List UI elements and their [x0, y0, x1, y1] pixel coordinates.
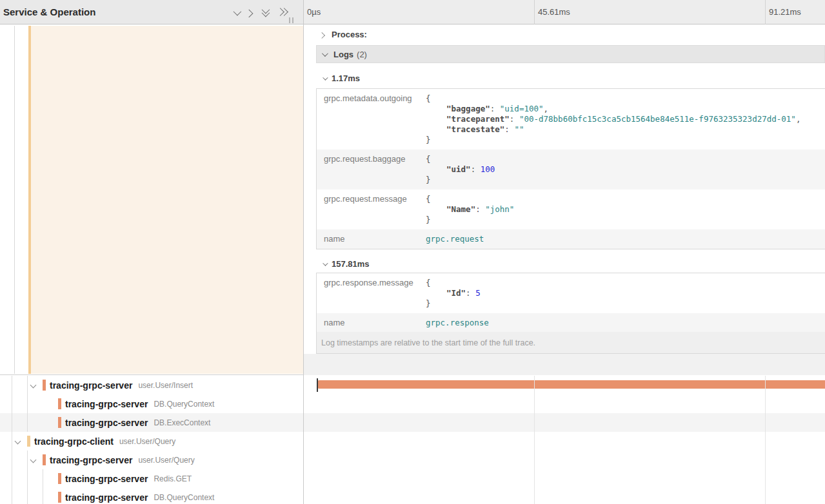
collapse-chevron-icon[interactable]	[15, 438, 21, 445]
span-color-chip	[27, 436, 30, 447]
operation-name[interactable]: user.User/Query	[119, 437, 175, 446]
operation-name[interactable]: DB.QueryContext	[154, 493, 214, 502]
tree-guide-line	[27, 376, 28, 394]
timeline-header: 0µs45.61ms91.21ms	[304, 0, 825, 24]
span-duration-bar[interactable]	[317, 380, 825, 389]
field-value: grpc.request	[426, 234, 825, 244]
field-value: {"baggage": "uid=100","traceparent": "00…	[426, 93, 825, 145]
key-value-row: namegrpc.response	[317, 313, 825, 333]
collapse-one-icon[interactable]	[234, 7, 242, 15]
field-value: grpc.response	[426, 318, 825, 328]
service-operation-header: Service & Operation	[0, 0, 303, 24]
timeline-tick-label: 45.61ms	[534, 0, 570, 24]
tree-guide-line	[12, 376, 12, 394]
span-row[interactable]: tracing-grpc-clientuser.User/Query	[0, 432, 303, 451]
log-timestamp: 157.81ms	[332, 259, 370, 269]
span-color-chip	[58, 473, 61, 484]
logs-accordion-header[interactable]: Logs (2)	[316, 45, 825, 63]
log-entry-header[interactable]: 157.81ms	[323, 259, 370, 269]
expanded-row-highlight	[31, 26, 303, 374]
span-color-chip	[43, 454, 46, 465]
span-color-chip	[58, 492, 61, 503]
timeline-tick-label: 0µs	[304, 0, 321, 24]
timeline-row[interactable]	[304, 488, 825, 504]
log-timestamp: 1.17ms	[332, 73, 360, 83]
span-start-tick	[317, 378, 318, 392]
operation-name[interactable]: DB.QueryContext	[154, 400, 214, 409]
timeline-row[interactable]	[304, 394, 825, 413]
tree-guide-line	[12, 488, 12, 504]
operation-name[interactable]: Redis.GET	[154, 474, 192, 483]
operation-name[interactable]: user.User/Query	[138, 456, 194, 465]
service-name[interactable]: tracing-grpc-server	[65, 418, 148, 428]
span-tree: tracing-grpc-serveruser.User/Inserttraci…	[0, 376, 303, 504]
expanded-span-left-region	[0, 24, 303, 375]
span-row[interactable]: tracing-grpc-serveruser.User/Insert	[0, 376, 303, 394]
service-name[interactable]: tracing-grpc-server	[50, 380, 132, 391]
tree-guide-line	[14, 26, 15, 374]
span-timeline	[304, 376, 825, 504]
trace-view: Service & Operation 0µs45.61ms91.21ms Pr…	[0, 0, 825, 504]
span-row[interactable]: tracing-grpc-serverRedis.GET	[0, 469, 303, 488]
timeline-row[interactable]	[304, 413, 825, 432]
span-color-chip	[58, 417, 61, 428]
timeline-row[interactable]	[304, 469, 825, 488]
collapse-chevron-icon[interactable]	[30, 457, 37, 463]
timeline-gridline	[534, 376, 535, 504]
timeline-gridline	[765, 376, 766, 504]
timeline-row[interactable]	[304, 376, 825, 394]
operation-name[interactable]: DB.ExecContext	[154, 418, 210, 427]
field-key: name	[317, 234, 426, 244]
field-key: grpc.request.baggage	[317, 154, 426, 185]
span-row[interactable]: tracing-grpc-serverDB.ExecContext	[0, 413, 303, 432]
field-key: name	[317, 318, 426, 328]
field-key: grpc.response.message	[317, 278, 426, 309]
span-detail-panel: Process: Logs (2) 1.17msgrpc.metadata.ou…	[304, 24, 825, 375]
span-row[interactable]: tracing-grpc-serveruser.User/Query	[0, 451, 303, 469]
logs-count: (2)	[357, 50, 367, 59]
log-entry-header[interactable]: 1.17ms	[323, 73, 360, 83]
tree-guide-line	[43, 488, 43, 504]
operation-name[interactable]: user.User/Insert	[138, 381, 193, 390]
service-operation-title: Service & Operation	[3, 0, 95, 24]
field-value: {"Name": "john"}	[426, 194, 825, 225]
logs-footer-note: Log timestamps are relative to the start…	[321, 338, 535, 347]
span-color-chip	[43, 380, 46, 391]
tree-guide-line	[27, 469, 28, 488]
collapse-all-icon[interactable]	[261, 8, 270, 17]
field-value: {"Id": 5}	[426, 278, 825, 309]
logs-label: Logs	[333, 50, 353, 59]
key-values-table: grpc.response.message{"Id": 5}namegrpc.r…	[316, 273, 825, 333]
tree-guide-line	[12, 432, 12, 451]
service-name[interactable]: tracing-grpc-server	[65, 474, 148, 484]
service-name[interactable]: tracing-grpc-server	[65, 399, 148, 409]
chevron-down-icon	[323, 75, 328, 80]
tree-guide-line	[27, 488, 28, 504]
key-values-table: grpc.metadata.outgoing{"baggage": "uid=1…	[316, 88, 825, 249]
detail-bottom-padding	[304, 354, 825, 375]
expand-all-icon[interactable]	[277, 8, 286, 17]
service-name[interactable]: tracing-grpc-server	[50, 455, 132, 465]
logs-footer: Log timestamps are relative to the start…	[316, 332, 825, 354]
process-accordion[interactable]: Process:	[321, 30, 367, 39]
collapse-chevron-icon[interactable]	[30, 382, 37, 389]
key-value-row: grpc.request.baggage{"uid": 100}	[317, 150, 825, 189]
tree-guide-line	[27, 413, 28, 432]
expand-one-icon[interactable]	[245, 9, 253, 17]
chevron-down-icon	[322, 50, 328, 57]
field-key: grpc.request.message	[317, 194, 426, 225]
chevron-down-icon	[323, 260, 328, 266]
span-row[interactable]: tracing-grpc-serverDB.QueryContext	[0, 488, 303, 504]
field-key: grpc.metadata.outgoing	[317, 93, 426, 145]
key-value-row: namegrpc.request	[317, 229, 825, 249]
service-name[interactable]: tracing-grpc-server	[65, 492, 148, 503]
tree-guide-line	[12, 413, 12, 432]
timeline-row[interactable]	[304, 451, 825, 469]
service-name[interactable]: tracing-grpc-client	[34, 436, 114, 447]
span-row[interactable]: tracing-grpc-serverDB.QueryContext	[0, 394, 303, 413]
column-resizer-grip[interactable]	[289, 17, 294, 23]
tree-guide-line	[12, 469, 12, 488]
timeline-row[interactable]	[304, 432, 825, 451]
tree-guide-line	[12, 394, 12, 413]
tree-guide-line	[43, 469, 43, 488]
